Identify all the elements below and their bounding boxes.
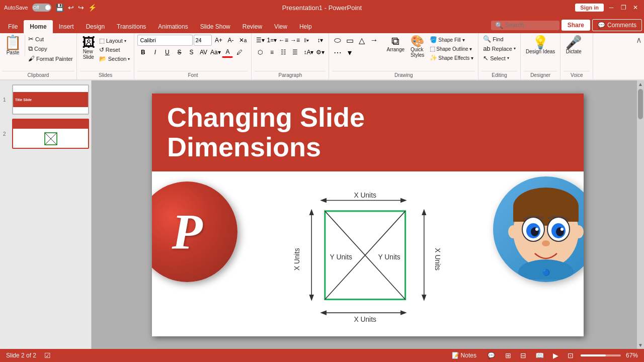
slide-canvas[interactable]: Changing Slide Dimensions P X Units X Un…	[152, 94, 584, 336]
select-button[interactable]: ↖ Select ▾	[481, 54, 511, 62]
signin-button[interactable]: Sign in	[575, 4, 604, 12]
collapse-ribbon-button[interactable]: ∧	[634, 33, 644, 47]
restore-button[interactable]: ❐	[619, 3, 628, 12]
shape-oval[interactable]: ⬭	[332, 35, 343, 46]
design-ideas-button[interactable]: 💡 Design Ideas	[524, 35, 557, 55]
shadow-button[interactable]: S	[186, 47, 197, 58]
font-color-button[interactable]: A	[222, 47, 233, 58]
quick-styles-button[interactable]: 🎨 QuickStyles	[409, 35, 426, 59]
tab-slideshow[interactable]: Slide Show	[194, 20, 236, 33]
bullets-button[interactable]: ☰▾	[255, 35, 266, 46]
justify-button[interactable]: ☰	[289, 47, 300, 58]
increase-font-button[interactable]: A+	[213, 35, 224, 46]
shape-fill-button[interactable]: 🪣 Shape Fill ▾	[428, 36, 475, 44]
font-name-input[interactable]	[137, 35, 193, 46]
character-spacing-button[interactable]: AV	[198, 47, 209, 58]
slide-sorter-button[interactable]: ⊟	[518, 350, 528, 360]
layout-button[interactable]: ⬚ Layout ▾	[98, 37, 131, 45]
save-icon[interactable]: 💾	[55, 4, 64, 12]
arrange-button[interactable]: ⧉ Arrange	[384, 35, 407, 53]
slideshow-button[interactable]: ▶	[551, 350, 560, 360]
align-right-button[interactable]: ☷	[278, 47, 289, 58]
scroll-up-button[interactable]: ▲	[638, 81, 643, 87]
tab-design[interactable]: Design	[80, 20, 111, 33]
zoom-slider[interactable]	[581, 354, 621, 356]
font-highlight-button[interactable]: 🖊	[234, 47, 245, 58]
shape-more[interactable]: ⋯	[332, 47, 343, 58]
tab-animations[interactable]: Animations	[152, 20, 194, 33]
comments-status-button[interactable]: 💬	[485, 351, 498, 360]
clear-format-button[interactable]: ✕a	[237, 35, 248, 46]
tab-view[interactable]: View	[268, 20, 293, 33]
new-slide-button[interactable]: 🖼 NewSlide	[80, 35, 97, 61]
search-icon: 🔍	[495, 22, 503, 29]
reset-button[interactable]: ↺ Reset	[98, 46, 131, 54]
tab-review[interactable]: Review	[236, 20, 268, 33]
status-check-icon[interactable]: ☑	[44, 351, 51, 359]
close-button[interactable]: ✕	[631, 3, 640, 12]
shapes-dropdown[interactable]: ▾	[344, 47, 355, 58]
align-center-button[interactable]: ≡	[266, 47, 277, 58]
italic-button[interactable]: I	[149, 47, 160, 58]
ppt-logo-letter: P	[172, 203, 202, 260]
x-units-right-label: X Units	[434, 248, 442, 270]
select-icon: ↖	[483, 54, 489, 62]
find-label: Find	[493, 36, 503, 42]
find-button[interactable]: 🔍 Find	[481, 35, 505, 43]
find-icon: 🔍	[483, 35, 491, 43]
dictate-button[interactable]: 🎤 Dictate	[564, 35, 584, 55]
align-left-button[interactable]: ⬡	[255, 47, 266, 58]
columns-button[interactable]: ⫴▾	[301, 35, 312, 46]
font-size-input[interactable]	[194, 35, 212, 46]
search-box[interactable]: 🔍	[491, 21, 559, 30]
shape-triangle[interactable]: △	[356, 35, 367, 46]
redo-icon[interactable]: ↪	[78, 4, 84, 12]
section-icon: 📂	[99, 55, 107, 62]
tab-transitions[interactable]: Transitions	[111, 20, 152, 33]
slide-banner: Changing Slide Dimensions	[152, 94, 584, 171]
tab-help[interactable]: Help	[293, 20, 318, 33]
underline-button[interactable]: U	[162, 47, 173, 58]
scroll-down-button[interactable]: ▼	[638, 342, 643, 348]
slide-thumb-2[interactable]: 2	[2, 119, 89, 149]
increase-indent-button[interactable]: →≡	[289, 35, 300, 46]
smart-art-button[interactable]: ⚙▾	[314, 47, 326, 58]
more-tools-icon[interactable]: ⚡	[88, 4, 97, 12]
line-spacing-button[interactable]: ↕▾	[314, 35, 326, 46]
comments-button[interactable]: 💬 Comments	[592, 19, 642, 31]
tab-insert[interactable]: Insert	[53, 20, 80, 33]
scroll-thumb[interactable]	[638, 89, 643, 119]
change-case-button[interactable]: Aa▾	[210, 47, 221, 58]
reading-view-button[interactable]: 📖	[533, 350, 546, 360]
format-painter-button[interactable]: 🖌 Format Painter	[27, 54, 74, 63]
vertical-scrollbar[interactable]: ▲ ▼	[637, 80, 644, 349]
paste-label: Paste	[7, 50, 20, 55]
share-button[interactable]: Share	[561, 20, 590, 31]
titlebar-right: Sign in ─ ❐ ✕	[575, 3, 640, 12]
search-input[interactable]	[505, 22, 555, 29]
shape-rect[interactable]: ▭	[344, 35, 355, 46]
undo-icon[interactable]: ↩	[68, 4, 74, 12]
tab-file[interactable]: File	[2, 20, 24, 33]
bold-button[interactable]: B	[137, 47, 148, 58]
slide-thumb-1[interactable]: 1 Title Slide	[2, 84, 89, 115]
copy-button[interactable]: ⧉ Copy	[27, 44, 74, 53]
decrease-font-button[interactable]: A-	[225, 35, 236, 46]
text-direction-button[interactable]: ↕A▾	[303, 47, 314, 58]
paste-button[interactable]: 📋 Paste	[2, 35, 25, 56]
replace-button[interactable]: ab Replace ▾	[481, 44, 517, 53]
strikethrough-button[interactable]: S	[174, 47, 185, 58]
section-button[interactable]: 📂 Section ▾	[98, 55, 131, 63]
shape-effects-button[interactable]: ✨ Shape Effects ▾	[428, 54, 475, 62]
numbering-button[interactable]: 1=▾	[266, 35, 277, 46]
fit-slide-button[interactable]: ⊡	[566, 350, 576, 360]
tab-home[interactable]: Home	[24, 20, 52, 33]
minimize-button[interactable]: ─	[607, 3, 616, 12]
cut-button[interactable]: ✂ Cut	[27, 35, 74, 43]
notes-button[interactable]: 📝 Notes	[449, 351, 479, 360]
shape-arrow[interactable]: →	[368, 35, 379, 46]
autosave-toggle[interactable]: Off	[32, 4, 51, 12]
decrease-indent-button[interactable]: ←≡	[278, 35, 289, 46]
shape-outline-button[interactable]: ⬚ Shape Outline ▾	[428, 45, 475, 53]
normal-view-button[interactable]: ⊞	[503, 350, 513, 360]
